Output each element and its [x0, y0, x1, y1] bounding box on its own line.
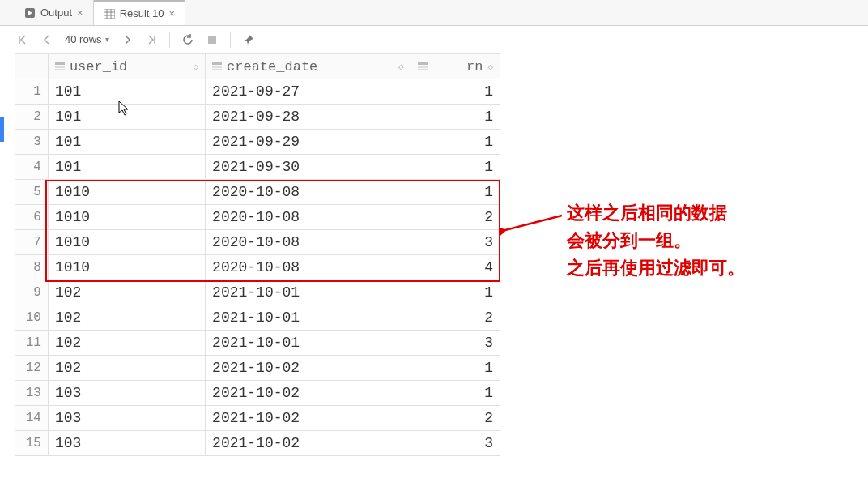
cell-create-date[interactable]: 2021-10-02 [206, 431, 411, 456]
cell-rn[interactable]: 1 [411, 79, 500, 105]
tab-label: Output [40, 6, 72, 19]
cell-rn[interactable]: 1 [411, 105, 500, 130]
next-page-button[interactable] [119, 32, 135, 48]
column-header-create-date[interactable]: create_date ◇ [206, 54, 411, 79]
sort-icon[interactable]: ◇ [487, 62, 493, 72]
sort-icon[interactable]: ◇ [193, 62, 198, 72]
chevron-down-icon: ▾ [105, 35, 109, 44]
cell-rn[interactable]: 2 [411, 205, 500, 230]
cell-create-date[interactable]: 2020-10-08 [206, 230, 411, 255]
cell-create-date[interactable]: 2021-09-27 [206, 79, 411, 105]
cell-rn[interactable]: 1 [411, 180, 500, 205]
cell-user-id[interactable]: 103 [48, 406, 205, 431]
svg-rect-16 [418, 62, 428, 65]
column-header-rn[interactable]: rn ◇ [411, 54, 500, 79]
cell-user-id[interactable]: 1010 [48, 180, 205, 205]
cell-user-id[interactable]: 1010 [48, 205, 205, 230]
cell-rn[interactable]: 3 [411, 230, 500, 255]
table-row[interactable]: 131032021-10-021 [15, 381, 500, 406]
svg-rect-14 [212, 66, 222, 68]
cell-user-id[interactable]: 101 [48, 105, 205, 130]
cell-create-date[interactable]: 2021-10-01 [206, 280, 411, 305]
cell-create-date[interactable]: 2021-09-30 [206, 155, 411, 180]
table-row[interactable]: 91022021-10-011 [15, 280, 500, 305]
cell-user-id[interactable]: 102 [48, 331, 205, 356]
cell-user-id[interactable]: 1010 [48, 230, 205, 255]
rows-dropdown[interactable]: 40 rows ▾ [63, 33, 111, 45]
close-icon[interactable]: × [77, 6, 83, 19]
tab-output[interactable]: Output × [15, 0, 94, 25]
cell-rn[interactable]: 1 [411, 381, 500, 406]
cell-create-date[interactable]: 2021-10-01 [206, 305, 411, 331]
svg-rect-2 [104, 9, 115, 19]
column-label: create_date [227, 59, 394, 75]
svg-rect-12 [55, 69, 65, 70]
cell-create-date[interactable]: 2020-10-08 [206, 205, 411, 230]
refresh-button[interactable] [180, 32, 196, 48]
cell-rn[interactable]: 3 [411, 331, 500, 356]
table-row[interactable]: 121022021-10-021 [15, 356, 500, 381]
cell-user-id[interactable]: 101 [48, 155, 205, 180]
svg-rect-11 [55, 66, 65, 68]
cell-create-date[interactable]: 2020-10-08 [206, 180, 411, 205]
stop-button[interactable] [204, 32, 220, 48]
table-row[interactable]: 151032021-10-023 [15, 431, 500, 456]
table-row[interactable]: 31012021-09-291 [15, 130, 500, 155]
cell-create-date[interactable]: 2020-10-08 [206, 255, 411, 280]
table-row[interactable]: 510102020-10-081 [15, 180, 500, 205]
rownum-cell: 8 [15, 255, 49, 280]
cell-rn[interactable]: 1 [411, 280, 500, 305]
cell-create-date[interactable]: 2021-10-02 [206, 406, 411, 431]
cell-user-id[interactable]: 1010 [48, 255, 205, 280]
table-row[interactable]: 101022021-10-012 [15, 305, 500, 331]
rownum-cell: 7 [15, 230, 49, 255]
cell-user-id[interactable]: 102 [48, 356, 205, 381]
annotation-line: 会被分到一组。 [567, 227, 745, 254]
cell-rn[interactable]: 4 [411, 255, 500, 280]
tab-result-10[interactable]: Result 10 × [94, 0, 186, 25]
rownum-cell: 3 [15, 130, 49, 155]
cell-user-id[interactable]: 102 [48, 305, 205, 331]
table-row[interactable]: 41012021-09-301 [15, 155, 500, 180]
cell-user-id[interactable]: 102 [48, 280, 205, 305]
prev-page-button[interactable] [39, 32, 55, 48]
annotation-text: 这样之后相同的数据 会被分到一组。 之后再使用过滤即可。 [567, 199, 745, 282]
cell-user-id[interactable]: 101 [48, 130, 205, 155]
cell-create-date[interactable]: 2021-10-02 [206, 381, 411, 406]
last-page-button[interactable] [143, 32, 160, 48]
tabs-bar: Output × Result 10 × [0, 0, 868, 26]
table-row[interactable]: 710102020-10-083 [15, 230, 500, 255]
table-row[interactable]: 11012021-09-271 [15, 79, 500, 105]
cell-rn[interactable]: 2 [411, 305, 500, 331]
cell-rn[interactable]: 3 [411, 431, 500, 456]
svg-rect-15 [212, 69, 222, 70]
sort-icon[interactable]: ◇ [398, 62, 404, 72]
rownum-cell: 15 [15, 431, 49, 456]
table-row[interactable]: 610102020-10-082 [15, 205, 500, 230]
table-row[interactable]: 141032021-10-022 [15, 406, 500, 431]
cell-user-id[interactable]: 103 [48, 431, 205, 456]
first-page-button[interactable] [15, 32, 31, 48]
cell-rn[interactable]: 1 [411, 155, 500, 180]
table-row[interactable]: 111022021-10-013 [15, 331, 500, 356]
cell-user-id[interactable]: 103 [48, 381, 205, 406]
cell-create-date[interactable]: 2021-10-01 [206, 331, 411, 356]
pin-button[interactable] [240, 32, 257, 48]
separator [230, 32, 231, 48]
cell-create-date[interactable]: 2021-10-02 [206, 356, 411, 381]
rownum-cell: 11 [15, 331, 49, 356]
svg-rect-9 [208, 36, 216, 44]
rownum-header[interactable] [15, 54, 49, 79]
cell-rn[interactable]: 1 [411, 356, 500, 381]
cell-user-id[interactable]: 101 [48, 79, 205, 105]
table-row[interactable]: 21012021-09-281 [15, 105, 500, 130]
cell-create-date[interactable]: 2021-09-29 [206, 130, 411, 155]
column-header-user-id[interactable]: user_id ◇ [48, 54, 205, 79]
cell-rn[interactable]: 2 [411, 406, 500, 431]
close-icon[interactable]: × [169, 7, 176, 19]
cell-create-date[interactable]: 2021-09-28 [206, 105, 411, 130]
cell-rn[interactable]: 1 [411, 130, 500, 155]
table-row[interactable]: 810102020-10-084 [15, 255, 500, 280]
rownum-cell: 13 [15, 381, 49, 406]
annotation-line: 这样之后相同的数据 [567, 199, 745, 227]
